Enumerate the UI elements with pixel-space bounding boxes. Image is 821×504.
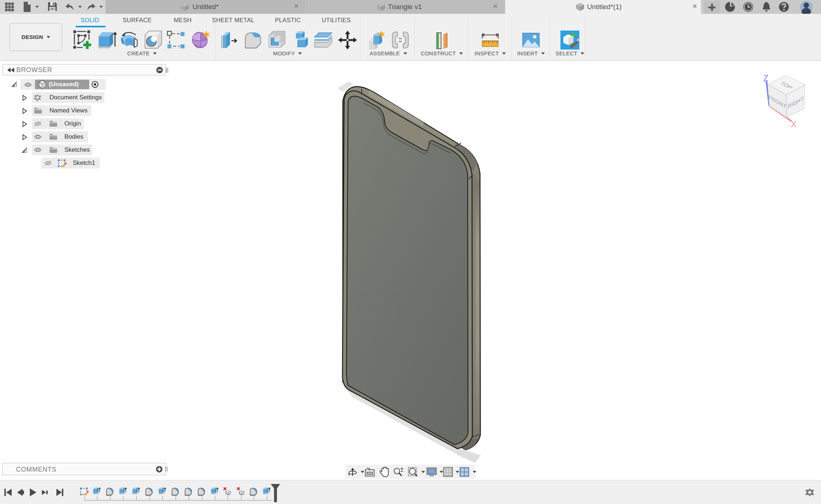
svg-text:X: X [791, 119, 797, 129]
